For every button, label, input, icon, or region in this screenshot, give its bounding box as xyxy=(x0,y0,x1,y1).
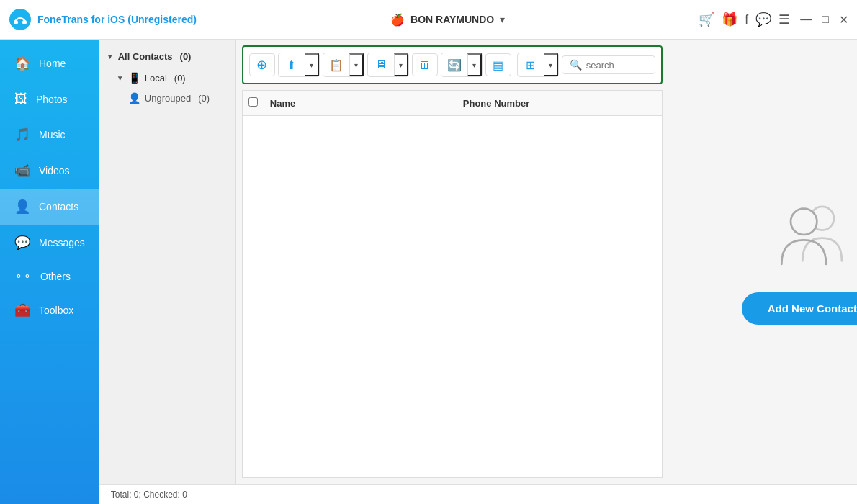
music-icon: 🎵 xyxy=(14,127,30,143)
sidebar-item-videos[interactable]: 📹 Videos xyxy=(0,153,99,189)
device-transfer-icon: 🖥 xyxy=(375,58,387,71)
sync-button[interactable]: 🔄 xyxy=(441,53,467,76)
select-all-checkbox[interactable] xyxy=(248,96,270,109)
sidebar-item-home[interactable]: 🏠 Home xyxy=(0,45,99,81)
sidebar-item-music[interactable]: 🎵 Music xyxy=(0,117,99,153)
svg-point-2 xyxy=(22,20,27,24)
sidebar-item-photos[interactable]: 🖼 Photos xyxy=(0,81,99,117)
all-contacts-label: All Contacts xyxy=(118,51,173,62)
sidebar-item-toolbox[interactable]: 🧰 Toolbox xyxy=(0,292,99,328)
add-new-contact-button[interactable]: Add New Contact xyxy=(742,292,857,325)
menu-icon[interactable]: ☰ xyxy=(779,12,790,27)
export-dropdown-arrow[interactable]: ▾ xyxy=(349,53,364,76)
gift-icon[interactable]: 🎁 xyxy=(722,12,737,27)
sync-dropdown-arrow[interactable]: ▾ xyxy=(467,53,482,76)
app-logo-icon xyxy=(9,8,32,31)
import-button[interactable]: ⬆ xyxy=(279,53,305,76)
select-all-checkbox-input[interactable] xyxy=(248,97,258,107)
sidebar-item-messages-label: Messages xyxy=(39,237,85,248)
content-area: ▼ All Contacts (0) ▼ 📱 Local (0) 👤 Ungro… xyxy=(99,40,857,484)
status-bar: Total: 0; Checked: 0 Data lost? xyxy=(99,484,857,504)
svg-point-4 xyxy=(791,209,817,235)
main-content: ▼ All Contacts (0) ▼ 📱 Local (0) 👤 Ungro… xyxy=(99,40,857,504)
sidebar-item-others[interactable]: ⚬⚬ Others xyxy=(0,261,99,292)
contacts-list-panel: ⊕ ⬆ ▾ 📋 ▾ xyxy=(236,40,668,484)
device-transfer-button[interactable]: 🖥 xyxy=(368,53,394,76)
table-header: Name Phone Number xyxy=(243,91,662,116)
sidebar-item-others-label: Others xyxy=(40,271,71,282)
messages-icon: 💬 xyxy=(14,235,30,251)
export-button-group: 📋 ▾ xyxy=(323,53,364,77)
contacts-placeholder-icon xyxy=(769,199,856,271)
local-label: Local xyxy=(145,73,167,84)
local-arrow: ▼ xyxy=(117,74,124,82)
close-button[interactable]: ✕ xyxy=(839,13,848,27)
toolbox-icon: 🧰 xyxy=(14,302,30,318)
import-icon: ⬆ xyxy=(287,58,296,72)
add-contact-button[interactable]: ⊕ xyxy=(249,53,275,76)
titlebar-center: 🍎 BON RAYMUNDO ▾ xyxy=(390,13,505,27)
device-name: BON RAYMUNDO xyxy=(410,14,494,25)
svg-point-0 xyxy=(9,9,31,30)
sidebar-item-contacts[interactable]: 👤 Contacts xyxy=(0,189,99,225)
contacts-tree-panel: ▼ All Contacts (0) ▼ 📱 Local (0) 👤 Ungro… xyxy=(99,40,236,484)
contacts-table: Name Phone Number xyxy=(242,90,663,478)
cart-icon[interactable]: 🛒 xyxy=(699,12,714,27)
local-group[interactable]: ▼ 📱 Local (0) xyxy=(99,68,235,88)
add-icon: ⊕ xyxy=(256,57,267,73)
app-title: FoneTrans for iOS (Unregistered) xyxy=(37,14,197,25)
import-dropdown-arrow[interactable]: ▾ xyxy=(305,53,319,76)
apple-icon: 🍎 xyxy=(390,13,405,27)
contact-detail-panel: Add New Contact xyxy=(668,40,857,484)
layout-button-group: ⊞ ▾ xyxy=(517,53,559,77)
search-input[interactable] xyxy=(586,60,651,71)
chat-icon[interactable]: 💬 xyxy=(755,12,771,27)
ungrouped-count: (0) xyxy=(198,93,210,104)
ungrouped-icon: 👤 xyxy=(128,92,140,104)
titlebar: FoneTrans for iOS (Unregistered) 🍎 BON R… xyxy=(0,0,857,40)
search-box: 🔍 xyxy=(562,55,655,74)
more-button[interactable]: ▤ xyxy=(485,53,511,76)
total-status: Total: 0; Checked: 0 xyxy=(111,490,187,500)
ungrouped-item[interactable]: 👤 Ungrouped (0) xyxy=(99,88,235,108)
ungrouped-label: Ungrouped xyxy=(145,93,191,104)
device-dropdown-arrow[interactable]: ▾ xyxy=(500,14,505,25)
photos-icon: 🖼 xyxy=(14,91,27,107)
facebook-icon[interactable]: f xyxy=(745,12,748,27)
videos-icon: 📹 xyxy=(14,163,30,179)
local-count: (0) xyxy=(174,73,186,84)
sidebar-item-videos-label: Videos xyxy=(39,165,70,176)
sync-button-group: 🔄 ▾ xyxy=(441,53,483,77)
more-icon: ▤ xyxy=(493,58,503,72)
all-contacts-arrow: ▼ xyxy=(107,53,114,60)
layout-icon: ⊞ xyxy=(526,58,535,72)
all-contacts-count: (0) xyxy=(180,51,192,62)
minimize-button[interactable]: — xyxy=(800,13,812,26)
titlebar-left: FoneTrans for iOS (Unregistered) xyxy=(9,8,197,31)
sidebar: 🏠 Home 🖼 Photos 🎵 Music 📹 Videos 👤 Conta… xyxy=(0,40,99,504)
sidebar-item-toolbox-label: Toolbox xyxy=(39,305,73,316)
home-icon: 🏠 xyxy=(14,55,30,71)
sidebar-item-messages[interactable]: 💬 Messages xyxy=(0,225,99,261)
device-button-group: 🖥 ▾ xyxy=(367,53,409,77)
sidebar-item-contacts-label: Contacts xyxy=(39,201,78,212)
sync-icon: 🔄 xyxy=(447,58,462,72)
delete-button[interactable]: 🗑 xyxy=(412,53,438,76)
layout-dropdown-arrow[interactable]: ▾ xyxy=(544,53,558,76)
sidebar-item-music-label: Music xyxy=(39,129,66,140)
maximize-button[interactable]: □ xyxy=(822,13,829,26)
svg-point-1 xyxy=(14,20,18,24)
sidebar-item-home-label: Home xyxy=(39,58,66,69)
contacts-icon: 👤 xyxy=(14,199,30,215)
layout-button[interactable]: ⊞ xyxy=(518,53,544,76)
name-column-header: Name xyxy=(270,98,463,109)
device-transfer-dropdown-arrow[interactable]: ▾ xyxy=(394,53,408,76)
import-button-group: ⬆ ▾ xyxy=(278,53,320,77)
app-body: 🏠 Home 🖼 Photos 🎵 Music 📹 Videos 👤 Conta… xyxy=(0,40,857,504)
search-icon: 🔍 xyxy=(570,59,582,71)
table-body xyxy=(243,116,662,224)
local-device-icon: 📱 xyxy=(128,72,140,84)
delete-icon: 🗑 xyxy=(419,58,431,71)
export-button[interactable]: 📋 xyxy=(323,53,349,76)
all-contacts-header[interactable]: ▼ All Contacts (0) xyxy=(99,45,235,68)
